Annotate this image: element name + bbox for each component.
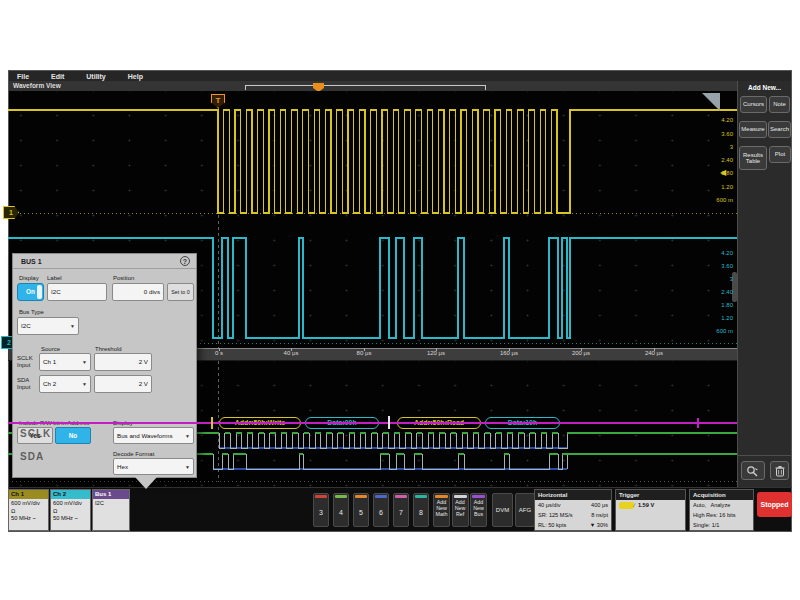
stopped-button[interactable]: Stopped <box>757 492 792 517</box>
decode-format-label: Decode Format <box>113 451 154 457</box>
trigger-slope-icon: ∕ <box>634 500 635 510</box>
bus-restart-tick <box>388 416 390 429</box>
ch1-scale-label: 3.60 <box>721 131 733 137</box>
set-to-zero-button[interactable]: Set to 0 <box>167 283 194 301</box>
trash-icon <box>775 465 785 477</box>
sidebar-button-cursors[interactable]: Cursors <box>740 96 767 113</box>
acquisition-panel[interactable]: Acquisition Auto, AnalyzeHigh Res: 16 bi… <box>689 489 754 531</box>
channel-button-8[interactable]: 8 <box>413 493 429 527</box>
sclk-waveform-label: SCLK <box>20 428 51 439</box>
channel-button-5[interactable]: 5 <box>353 493 369 527</box>
time-axis-tick <box>654 348 655 351</box>
chevron-down-icon: ▼ <box>185 428 190 444</box>
ch1-badge-title: Ch 1 <box>9 490 48 499</box>
ch1-scale-label: 2.40 <box>721 157 733 163</box>
sidebar-button-note[interactable]: Note <box>769 96 790 113</box>
sidebar-button-measure[interactable]: Measure <box>739 121 767 138</box>
position-input[interactable]: 0 divs <box>112 283 164 301</box>
trigger-panel[interactable]: Trigger ∕ 1.59 V <box>615 489 686 531</box>
ch1-bandwidth: 50 MHz ~ <box>11 515 46 523</box>
trigger-source-icon <box>619 502 631 509</box>
sda-source-select[interactable]: Ch 2▼ <box>39 375 91 393</box>
pan-zoom-slider[interactable] <box>245 85 486 90</box>
acquisition-row: Single: 1/1 <box>690 520 753 530</box>
sda-threshold-input[interactable]: 2 V <box>94 375 152 393</box>
menu-utility[interactable]: Utility <box>86 73 105 80</box>
add-new-ref-button[interactable]: AddNewRef <box>452 493 469 527</box>
display-on-toggle[interactable]: On <box>17 283 44 301</box>
bus-type-select[interactable]: I2C▼ <box>17 317 79 335</box>
ch1-badge[interactable]: Ch 1 600 mV/divΩ50 MHz ~ <box>8 489 49 531</box>
ch1-scale: 600 mV/div <box>11 500 46 508</box>
channel-button-6[interactable]: 6 <box>373 493 389 527</box>
channel-button-7[interactable]: 7 <box>393 493 409 527</box>
label-input[interactable]: I2C <box>47 283 107 301</box>
tab-waveform-view[interactable]: Waveform View <box>13 82 61 89</box>
source-col-label: Source <box>41 346 60 352</box>
horizontal-panel[interactable]: Horizontal 40 µs/div400 µsSR: 125 MS/s8 … <box>534 489 612 531</box>
trigger-title: Trigger <box>616 490 685 500</box>
time-axis-tick <box>364 348 365 351</box>
horizontal-row: SR: 125 MS/s8 ns/pt <box>535 510 611 520</box>
dialog-callout-tail <box>135 477 157 489</box>
chevron-down-icon: ▼ <box>70 318 75 334</box>
horizontal-row: RL: 50 kpts▼ 30% <box>535 520 611 530</box>
horizontal-value: 8 ns/pt <box>591 510 608 520</box>
bus1-badge[interactable]: Bus 1 I2C <box>92 489 130 531</box>
bus-stop-tick <box>697 418 699 428</box>
ch2-scale-label: 600 m <box>716 328 733 334</box>
ch1-scale-label: 4.20 <box>721 117 733 123</box>
menu-bar: FileEditUtilityHelp <box>8 70 792 81</box>
sidebar-button-plot[interactable]: Plot <box>769 146 791 163</box>
sda-source-value: Ch 2 <box>43 380 56 387</box>
menu-file[interactable]: File <box>17 73 29 80</box>
menu-edit[interactable]: Edit <box>51 73 64 80</box>
bus1-config-dialog: BUS 1 ? Display Label Position On I2C 0 … <box>12 253 197 478</box>
acquisition-row: High Res: 16 bits <box>690 510 753 520</box>
position-label: Position <box>113 275 134 281</box>
sidebar-button-search[interactable]: Search <box>768 121 791 138</box>
zoom-mode-button[interactable] <box>741 461 765 480</box>
rw-no-button[interactable]: No <box>55 427 91 444</box>
magnifier-hand-icon <box>746 465 760 477</box>
add-new-math-button[interactable]: AddNewMath <box>433 493 450 527</box>
channel-button-3[interactable]: 3 <box>313 493 329 527</box>
display2-value: Bus and Waveforms <box>117 432 172 439</box>
time-axis-tick <box>509 348 510 351</box>
channel-button-4[interactable]: 4 <box>333 493 349 527</box>
time-axis-tick <box>291 348 292 351</box>
channel-color-stripe <box>355 495 367 498</box>
horizontal-value: 400 µs <box>591 500 608 510</box>
adder-label-line: Math <box>434 511 449 517</box>
afg-button[interactable]: AFG <box>515 493 535 527</box>
ch2-impedance: Ω <box>53 508 88 516</box>
display2-select[interactable]: Bus and Waveforms▼ <box>113 427 194 444</box>
add-new-bus-button[interactable]: AddNewBus <box>470 493 487 527</box>
zoom-corner-handle-icon[interactable] <box>702 93 720 111</box>
ch2-badge[interactable]: Ch 2 600 mV/divΩ50 MHz ~ <box>50 489 91 531</box>
chevron-down-icon: ▼ <box>82 354 87 370</box>
ch2-scale-label: 3.60 <box>721 263 733 269</box>
display-label: Display <box>19 275 39 281</box>
ch2-bandwidth: 50 MHz ~ <box>53 515 88 523</box>
ch1-impedance: Ω <box>11 508 46 516</box>
horizontal-value: SR: 125 MS/s <box>538 510 573 520</box>
ch1-scale-label: 1.20 <box>721 184 733 190</box>
bus1-type: I2C <box>95 500 127 508</box>
sidebar-button-results-table[interactable]: Results Table <box>739 146 767 170</box>
menu-help[interactable]: Help <box>128 73 143 80</box>
decode-format-select[interactable]: Hex▼ <box>113 458 194 475</box>
sclk-threshold-input[interactable]: 2 V <box>94 353 152 371</box>
toggle-knob <box>37 285 42 299</box>
help-icon[interactable]: ? <box>180 256 190 266</box>
dvm-button[interactable]: DVM <box>492 493 513 527</box>
sclk-source-select[interactable]: Ch 1▼ <box>39 353 91 371</box>
ch1-scale-label: 1.80 <box>721 170 733 176</box>
ch2-scale-label: 2.40 <box>721 289 733 295</box>
channel-color-stripe <box>415 495 427 498</box>
bus-decode-line <box>8 422 737 424</box>
channel-color-stripe <box>395 495 407 498</box>
channel-color-stripe <box>335 495 347 498</box>
delete-button[interactable] <box>770 461 789 480</box>
adder-label-line: Bus <box>471 511 486 517</box>
